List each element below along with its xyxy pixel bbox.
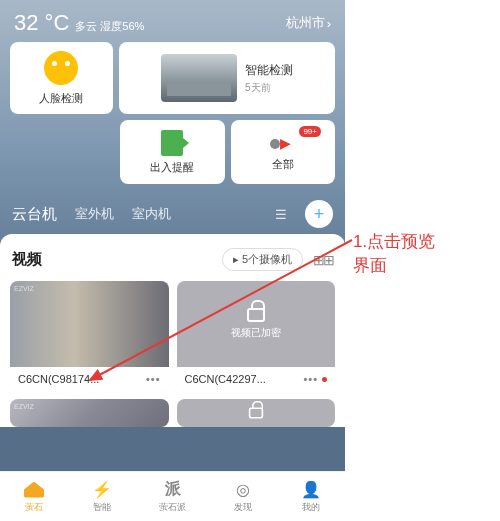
annotation-line-2: 界面 bbox=[353, 254, 435, 278]
brand-tag: EZVIZ bbox=[14, 285, 34, 292]
lock-icon bbox=[247, 308, 265, 322]
bolt-icon: ⚡ bbox=[91, 480, 113, 500]
all-card[interactable]: 99+ 全部 bbox=[231, 120, 335, 184]
face-detect-label: 人脸检测 bbox=[39, 91, 83, 106]
camera-count-pill[interactable]: ▸ 5个摄像机 bbox=[222, 248, 303, 271]
face-detect-card[interactable]: 人脸检测 bbox=[10, 42, 113, 114]
target-icon: ◎ bbox=[232, 480, 254, 500]
menu-icon[interactable]: ☰ bbox=[275, 207, 287, 222]
all-icon bbox=[270, 133, 296, 153]
city-selector[interactable]: 杭州市 › bbox=[286, 14, 331, 32]
camera-card-1[interactable]: EZVIZ C6CN(C98174... ••• bbox=[10, 281, 169, 391]
camera-name-2: C6CN(C42297... bbox=[185, 373, 266, 385]
camera-card-2[interactable]: 视频已加密 C6CN(C42297... ••• bbox=[177, 281, 336, 391]
grid-view-icon[interactable]: ⊞⊞ bbox=[313, 252, 333, 268]
camera-more-1[interactable]: ••• bbox=[146, 373, 161, 385]
camera-card-4[interactable] bbox=[177, 399, 336, 427]
camera-preview-4 bbox=[177, 399, 336, 427]
video-grid: EZVIZ C6CN(C98174... ••• 视频已加密 C6CN(C422… bbox=[10, 281, 335, 427]
nav-mine-label: 我的 bbox=[302, 501, 320, 514]
entry-alert-label: 出入提醒 bbox=[150, 160, 194, 175]
app-screen: 32 °C 多云 湿度56% 杭州市 › 人脸检测 智能检测 5天前 出入提醒 … bbox=[0, 0, 345, 521]
weather-widget[interactable]: 32 °C 多云 湿度56% bbox=[14, 10, 144, 36]
temperature: 32 °C bbox=[14, 10, 69, 36]
smart-detect-time: 5天前 bbox=[245, 81, 293, 95]
bottom-nav: 萤石 ⚡ 智能 派 萤石派 ◎ 发现 👤 我的 bbox=[0, 471, 345, 521]
nav-smart-label: 智能 bbox=[93, 501, 111, 514]
nav-mine[interactable]: 👤 我的 bbox=[300, 480, 322, 514]
locked-label: 视频已加密 bbox=[231, 326, 281, 340]
annotation-text: 1.点击预览 界面 bbox=[353, 230, 435, 278]
home-icon bbox=[24, 482, 44, 498]
tab-ptz[interactable]: 云台机 bbox=[12, 205, 57, 224]
person-icon: 👤 bbox=[300, 480, 322, 500]
nav-home-label: 萤石 bbox=[25, 501, 43, 514]
camera-preview-3: EZVIZ bbox=[10, 399, 169, 427]
nav-discover[interactable]: ◎ 发现 bbox=[232, 480, 254, 514]
camera-more-2[interactable]: ••• bbox=[303, 373, 318, 385]
entry-alert-card[interactable]: 出入提醒 bbox=[120, 120, 224, 184]
video-header: 视频 ▸ 5个摄像机 ⊞⊞ bbox=[12, 248, 333, 271]
nav-discover-label: 发现 bbox=[234, 501, 252, 514]
brand-tag: EZVIZ bbox=[14, 403, 34, 410]
header-bar: 32 °C 多云 湿度56% 杭州市 › bbox=[0, 0, 345, 42]
play-icon: ▸ bbox=[233, 253, 239, 266]
camera-count: 5个摄像机 bbox=[242, 252, 292, 267]
nav-pai-label: 萤石派 bbox=[159, 501, 186, 514]
pai-icon: 派 bbox=[162, 480, 184, 500]
feature-row-2: 出入提醒 99+ 全部 bbox=[0, 114, 345, 190]
tab-outdoor[interactable]: 室外机 bbox=[75, 205, 114, 223]
door-icon bbox=[161, 130, 183, 156]
smart-detect-card[interactable]: 智能检测 5天前 bbox=[119, 42, 335, 114]
device-tabs: 云台机 室外机 室内机 ☰ + bbox=[0, 190, 345, 234]
feature-row-1: 人脸检测 智能检测 5天前 bbox=[0, 42, 345, 114]
camera-preview-2: 视频已加密 bbox=[177, 281, 336, 367]
weather-condition: 多云 湿度56% bbox=[75, 19, 144, 34]
add-button[interactable]: + bbox=[305, 200, 333, 228]
face-icon bbox=[44, 51, 78, 85]
tab-indoor[interactable]: 室内机 bbox=[132, 205, 171, 223]
video-title: 视频 bbox=[12, 250, 42, 269]
all-label: 全部 bbox=[272, 157, 294, 172]
lock-icon bbox=[249, 407, 263, 418]
smart-detect-title: 智能检测 bbox=[245, 62, 293, 79]
camera-preview-1: EZVIZ bbox=[10, 281, 169, 367]
camera-name-1: C6CN(C98174... bbox=[18, 373, 99, 385]
smart-thumb bbox=[161, 54, 237, 102]
nav-home[interactable]: 萤石 bbox=[23, 480, 45, 514]
nav-smart[interactable]: ⚡ 智能 bbox=[91, 480, 113, 514]
camera-card-3[interactable]: EZVIZ bbox=[10, 399, 169, 427]
city-label: 杭州市 bbox=[286, 14, 325, 32]
status-dot bbox=[322, 377, 327, 382]
video-panel: 视频 ▸ 5个摄像机 ⊞⊞ EZVIZ C6CN(C98174... ••• bbox=[0, 234, 345, 427]
notification-badge: 99+ bbox=[299, 126, 321, 137]
annotation-line-1: 1.点击预览 bbox=[353, 230, 435, 254]
chevron-right-icon: › bbox=[327, 16, 331, 31]
nav-pai[interactable]: 派 萤石派 bbox=[159, 480, 186, 514]
